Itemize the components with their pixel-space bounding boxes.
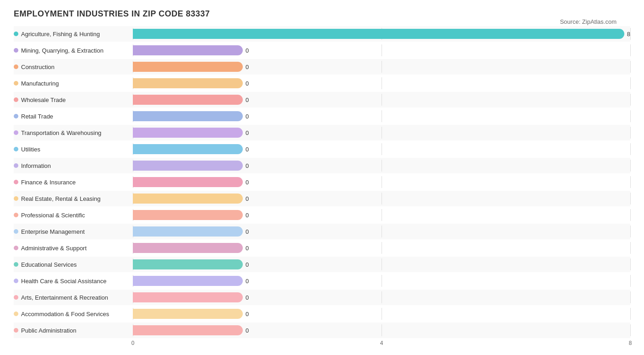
bar-area: 0 bbox=[133, 209, 630, 221]
bar-label: Finance & Insurance bbox=[14, 179, 133, 186]
bar-area: 0 bbox=[133, 193, 630, 204]
bar-row: Construction0 bbox=[14, 59, 630, 75]
bar-dot bbox=[14, 48, 18, 53]
bar-label-text: Accommodation & Food Services bbox=[21, 311, 109, 317]
bar-label: Real Estate, Rental & Leasing bbox=[14, 195, 133, 202]
grid-line bbox=[382, 209, 382, 221]
chart-container: Agriculture, Fishing & Hunting8Mining, Q… bbox=[14, 26, 630, 351]
bar-label: Retail Trade bbox=[14, 113, 133, 120]
bar-dot bbox=[14, 97, 18, 102]
bar-label-text: Enterprise Management bbox=[21, 228, 85, 235]
x-axis: 048 bbox=[133, 340, 630, 351]
chart-title: EMPLOYMENT INDUSTRIES IN ZIP CODE 83337 bbox=[14, 9, 630, 19]
bar-row: Mining, Quarrying, & Extraction0 bbox=[14, 43, 630, 58]
grid-line bbox=[382, 324, 382, 336]
bar-label: Construction bbox=[14, 64, 133, 70]
grid-line bbox=[630, 61, 631, 73]
bar bbox=[133, 45, 243, 55]
bar-row: Finance & Insurance0 bbox=[14, 174, 630, 190]
bar bbox=[133, 194, 243, 204]
bar-label-text: Professional & Scientific bbox=[21, 212, 85, 219]
bar-row: Utilities0 bbox=[14, 141, 630, 157]
bar-area: 0 bbox=[133, 94, 630, 106]
bar-value: 0 bbox=[246, 327, 249, 334]
grid-line bbox=[382, 275, 382, 287]
bar-label: Arts, Entertainment & Recreation bbox=[14, 294, 133, 301]
bar-value: 0 bbox=[246, 146, 249, 153]
bar bbox=[133, 276, 243, 286]
bar bbox=[133, 210, 243, 220]
bar-dot bbox=[14, 262, 18, 267]
bar-label-text: Administrative & Support bbox=[21, 245, 87, 252]
bar-label-text: Information bbox=[21, 162, 51, 169]
bar-label-text: Retail Trade bbox=[21, 113, 53, 120]
bar-value: 0 bbox=[246, 195, 249, 202]
bar bbox=[133, 111, 243, 121]
bar-area: 8 bbox=[133, 28, 630, 40]
bar-label: Accommodation & Food Services bbox=[14, 311, 133, 317]
bar-dot bbox=[14, 229, 18, 234]
grid-line bbox=[630, 226, 631, 237]
bar-value: 0 bbox=[246, 80, 249, 87]
bar-dot bbox=[14, 65, 18, 69]
grid-line bbox=[630, 143, 631, 155]
bar-label: Educational Services bbox=[14, 261, 133, 268]
bar-row: Real Estate, Rental & Leasing0 bbox=[14, 191, 630, 206]
grid-line bbox=[382, 291, 382, 303]
grid-line bbox=[630, 193, 631, 204]
bar-label: Professional & Scientific bbox=[14, 212, 133, 219]
bar bbox=[133, 243, 243, 253]
bar-value: 0 bbox=[246, 311, 249, 317]
bar-label: Information bbox=[14, 162, 133, 169]
bar-value: 0 bbox=[246, 294, 249, 301]
grid-line bbox=[630, 44, 631, 56]
grid-line bbox=[630, 127, 631, 139]
bar bbox=[133, 29, 624, 39]
bar-area: 0 bbox=[133, 44, 630, 56]
bar-row: Information0 bbox=[14, 158, 630, 173]
bar-label: Manufacturing bbox=[14, 80, 133, 87]
grid-line bbox=[630, 160, 631, 172]
bar-area: 0 bbox=[133, 242, 630, 254]
bar-label-text: Utilities bbox=[21, 146, 40, 153]
bar-label-text: Construction bbox=[21, 64, 55, 70]
bar bbox=[133, 144, 243, 154]
bar-area: 0 bbox=[133, 324, 630, 336]
bar-value: 0 bbox=[246, 179, 249, 186]
bar-label: Administrative & Support bbox=[14, 245, 133, 252]
bar-area: 0 bbox=[133, 110, 630, 122]
bar-area: 0 bbox=[133, 61, 630, 73]
bar-label-text: Educational Services bbox=[21, 261, 76, 268]
bar-label-text: Real Estate, Rental & Leasing bbox=[21, 195, 100, 202]
bar-value: 0 bbox=[246, 261, 249, 268]
grid-line bbox=[630, 324, 631, 336]
grid-line bbox=[382, 44, 382, 56]
bar-label: Transportation & Warehousing bbox=[14, 129, 133, 136]
bar-label-text: Manufacturing bbox=[21, 80, 59, 87]
bar-value: 8 bbox=[627, 31, 630, 38]
grid-line bbox=[630, 94, 631, 106]
grid-line bbox=[382, 308, 382, 320]
bar-label: Wholesale Trade bbox=[14, 97, 133, 103]
bar-row: Enterprise Management0 bbox=[14, 224, 630, 239]
grid-line bbox=[382, 110, 382, 122]
grid-line bbox=[630, 110, 631, 122]
bar-row: Arts, Entertainment & Recreation0 bbox=[14, 290, 630, 305]
bar-area: 0 bbox=[133, 258, 630, 270]
grid-line bbox=[382, 94, 382, 106]
bar-label-text: Health Care & Social Assistance bbox=[21, 278, 106, 285]
bar bbox=[133, 95, 243, 105]
bar-area: 0 bbox=[133, 143, 630, 155]
bars-wrapper: Agriculture, Fishing & Hunting8Mining, Q… bbox=[14, 26, 630, 338]
bar-label-text: Finance & Insurance bbox=[21, 179, 76, 186]
bar-dot bbox=[14, 312, 18, 316]
bar-dot bbox=[14, 32, 18, 36]
bar bbox=[133, 177, 243, 187]
bar-row: Accommodation & Food Services0 bbox=[14, 306, 630, 322]
bar-value: 0 bbox=[246, 64, 249, 70]
bar-label-text: Arts, Entertainment & Recreation bbox=[21, 294, 108, 301]
bar-label: Utilities bbox=[14, 146, 133, 153]
bar-row: Agriculture, Fishing & Hunting8 bbox=[14, 26, 630, 42]
grid-line bbox=[630, 308, 631, 320]
grid-line bbox=[382, 61, 382, 73]
